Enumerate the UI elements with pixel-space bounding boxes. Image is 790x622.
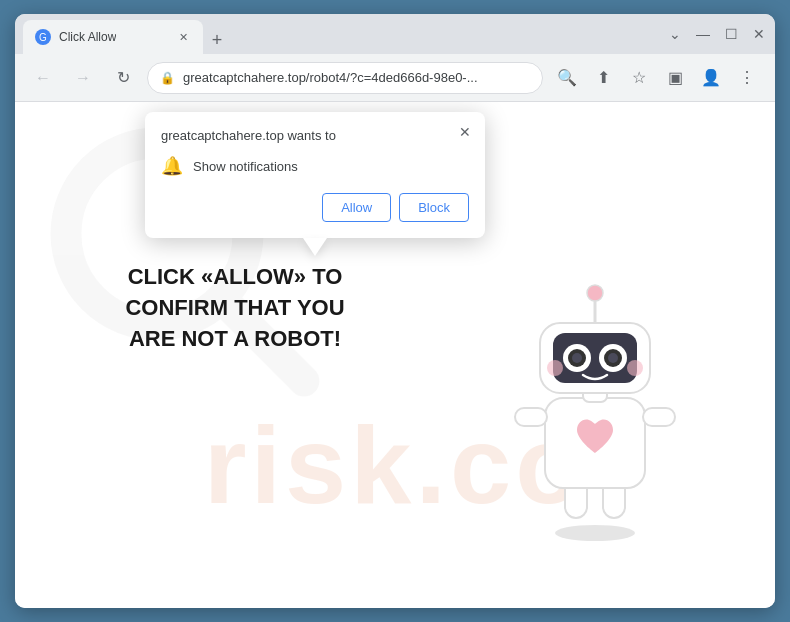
bell-icon: 🔔 bbox=[161, 155, 183, 177]
svg-point-20 bbox=[627, 360, 643, 376]
svg-point-19 bbox=[547, 360, 563, 376]
svg-point-17 bbox=[572, 353, 582, 363]
chevron-down-icon[interactable]: ⌄ bbox=[667, 26, 683, 42]
popup-notification-row: 🔔 Show notifications bbox=[161, 155, 469, 177]
browser-tab[interactable]: G Click Allow ✕ bbox=[23, 20, 203, 54]
menu-icon[interactable]: ⋮ bbox=[731, 62, 763, 94]
notification-popup: ✕ greatcaptchahere.top wants to 🔔 Show n… bbox=[145, 112, 485, 238]
navigation-bar: ← → ↻ 🔒 greatcaptchahere.top/robot4/?c=4… bbox=[15, 54, 775, 102]
svg-point-11 bbox=[587, 285, 603, 301]
popup-title: greatcaptchahere.top wants to bbox=[161, 128, 469, 143]
browser-window: G Click Allow ✕ + ⌄ — ☐ ✕ ← → ↻ 🔒 greatc… bbox=[15, 14, 775, 608]
allow-button[interactable]: Allow bbox=[322, 193, 391, 222]
svg-rect-6 bbox=[515, 408, 547, 426]
nav-icons: 🔍 ⬆ ☆ ▣ 👤 ⋮ bbox=[551, 62, 763, 94]
robot-illustration bbox=[495, 268, 695, 548]
lock-icon: 🔒 bbox=[160, 71, 175, 85]
tab-close-button[interactable]: ✕ bbox=[175, 29, 191, 45]
bookmark-icon[interactable]: ☆ bbox=[623, 62, 655, 94]
notification-label: Show notifications bbox=[193, 159, 298, 174]
svg-rect-7 bbox=[643, 408, 675, 426]
svg-point-18 bbox=[608, 353, 618, 363]
robot-svg bbox=[495, 268, 695, 548]
svg-point-2 bbox=[555, 525, 635, 541]
popup-close-button[interactable]: ✕ bbox=[455, 122, 475, 142]
maximize-button[interactable]: ☐ bbox=[723, 26, 739, 42]
main-page-text: CLICK «ALLOW» TO CONFIRM THAT YOU ARE NO… bbox=[75, 262, 395, 354]
popup-buttons: Allow Block bbox=[161, 193, 469, 222]
address-bar[interactable]: 🔒 greatcaptchahere.top/robot4/?c=4ded666… bbox=[147, 62, 543, 94]
tab-favicon: G bbox=[35, 29, 51, 45]
refresh-button[interactable]: ↻ bbox=[107, 62, 139, 94]
title-bar: G Click Allow ✕ + ⌄ — ☐ ✕ bbox=[15, 14, 775, 54]
address-text: greatcaptchahere.top/robot4/?c=4ded666d-… bbox=[183, 70, 530, 85]
block-button[interactable]: Block bbox=[399, 193, 469, 222]
new-tab-button[interactable]: + bbox=[203, 26, 231, 54]
popup-speech-tail bbox=[303, 238, 327, 256]
tab-title: Click Allow bbox=[59, 30, 116, 44]
back-button[interactable]: ← bbox=[27, 62, 59, 94]
share-icon[interactable]: ⬆ bbox=[587, 62, 619, 94]
close-button[interactable]: ✕ bbox=[751, 26, 767, 42]
minimize-button[interactable]: — bbox=[695, 26, 711, 42]
tab-area: G Click Allow ✕ + bbox=[23, 14, 659, 54]
window-controls: ⌄ — ☐ ✕ bbox=[667, 26, 767, 42]
forward-button[interactable]: → bbox=[67, 62, 99, 94]
extensions-icon[interactable]: ▣ bbox=[659, 62, 691, 94]
profile-icon[interactable]: 👤 bbox=[695, 62, 727, 94]
search-icon[interactable]: 🔍 bbox=[551, 62, 583, 94]
content-area: risk.co ✕ greatcaptchahere.top wants to … bbox=[15, 102, 775, 608]
